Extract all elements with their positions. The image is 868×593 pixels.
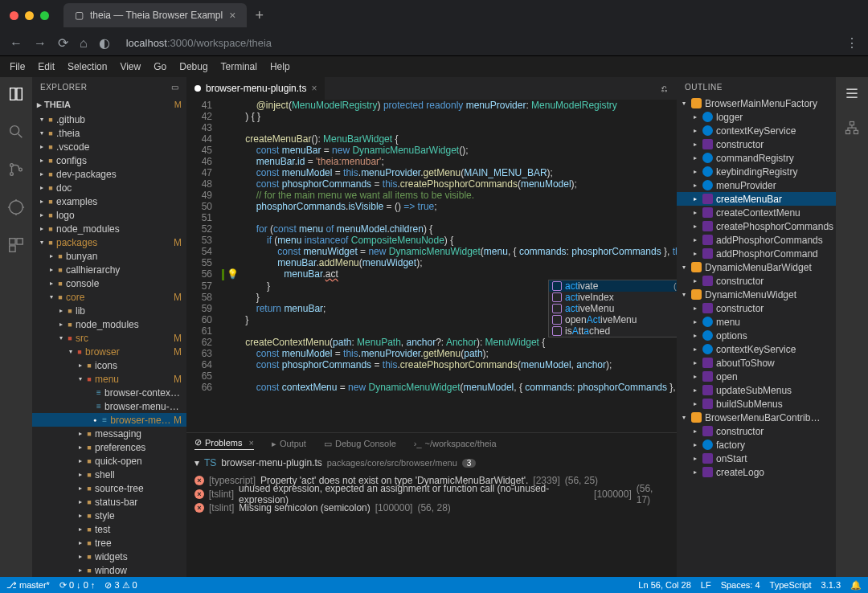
outline-item[interactable]: ▾DynamicMenuWidget — [677, 288, 836, 301]
folder-item[interactable]: ▸■lib — [32, 304, 186, 317]
outline-item[interactable]: ▸commandRegistry — [677, 151, 836, 165]
folder-item[interactable]: ▸■test — [32, 522, 186, 536]
menu-help[interactable]: Help — [270, 61, 290, 72]
terminal-tab[interactable]: ›_~/workspace/theia — [414, 439, 497, 448]
folder-item[interactable]: ▸■window — [32, 563, 186, 577]
autocomplete-item[interactable]: activeIndex — [549, 292, 677, 303]
notifications-icon[interactable]: 🔔 — [850, 580, 862, 591]
folder-item[interactable]: ▸■doc — [32, 181, 186, 194]
outline-item[interactable]: ▾BrowserMainMenuFactory — [677, 96, 836, 110]
menu-terminal[interactable]: Terminal — [221, 61, 257, 72]
folder-item[interactable]: ▸■dev-packages — [32, 167, 186, 181]
debug-icon[interactable] — [7, 198, 25, 219]
outline-item[interactable]: ▸constructor — [677, 301, 836, 315]
outline-item[interactable]: ▸createPhosphorCommands — [677, 219, 836, 233]
outline-item[interactable]: ▸constructor — [677, 137, 836, 151]
outline-item[interactable]: ▸contextKeyService — [677, 124, 836, 137]
close-icon[interactable]: × — [248, 438, 253, 448]
outline-item[interactable]: ▸onStart — [677, 452, 836, 465]
folder-item[interactable]: ▾■.github — [32, 112, 186, 126]
outline-item[interactable]: ▾DynamicMenuBarWidget — [677, 260, 836, 274]
folder-item[interactable]: ▸■tree — [32, 536, 186, 550]
menu-file[interactable]: File — [10, 61, 25, 72]
output-tab[interactable]: ▸Output — [272, 439, 306, 449]
autocomplete-item[interactable]: isAttached — [549, 325, 677, 337]
folder-item[interactable]: ▸■configs — [32, 153, 186, 167]
outline-item[interactable]: ▸options — [677, 329, 836, 342]
outline-item[interactable]: ▸contextKeyService — [677, 342, 836, 356]
close-window-button[interactable] — [10, 11, 18, 20]
outline-item[interactable]: ▸buildSubMenus — [677, 397, 836, 411]
folder-item[interactable]: ▸■node_modules — [32, 222, 186, 235]
outline-item[interactable]: ▸open — [677, 370, 836, 383]
outline-item[interactable]: ▸updateSubMenus — [677, 383, 836, 397]
explorer-actions-icon[interactable]: ▭ — [171, 83, 179, 92]
errors-status[interactable]: ⊘ 3⚠ 0 — [104, 580, 137, 591]
folder-item[interactable]: ▸■examples — [32, 194, 186, 208]
outline-item[interactable]: ▸keybindingRegistry — [677, 165, 836, 178]
autocomplete-item[interactable]: activeMenu — [549, 303, 677, 314]
outline-item[interactable]: ▸addPhosphorCommands — [677, 233, 836, 247]
outline-item[interactable]: ▸logger — [677, 110, 836, 124]
outline-item[interactable]: ▸constructor — [677, 274, 836, 288]
forward-button[interactable]: → — [34, 36, 47, 51]
folder-item[interactable]: ▸■messaging — [32, 427, 186, 440]
outline-item[interactable]: ▸createMenuBar — [677, 192, 836, 206]
menu-edit[interactable]: Edit — [38, 61, 55, 72]
folder-item[interactable]: ▸■icons — [32, 358, 186, 372]
folder-item[interactable]: ▸■status-bar — [32, 495, 186, 509]
problems-file-group[interactable]: ▾ TS browser-menu-plugin.ts packages/cor… — [186, 454, 677, 472]
folder-item[interactable]: ▸■callhierarchy — [32, 263, 186, 276]
menu-selection[interactable]: Selection — [68, 61, 107, 72]
folder-item[interactable]: ▸■bunyan — [32, 249, 186, 263]
menu-button[interactable]: ⋮ — [845, 35, 858, 51]
folder-item[interactable]: ▾■menuM — [32, 372, 186, 386]
folder-item[interactable]: ▾■.theia — [32, 126, 186, 140]
folder-item[interactable]: ▾■srcM — [32, 331, 186, 345]
folder-item[interactable]: ▸■quick-open — [32, 454, 186, 468]
outline-item[interactable]: ▸menuProvider — [677, 178, 836, 192]
autocomplete-item[interactable]: activate(method) Widget.activate(): void… — [549, 280, 677, 292]
search-icon[interactable] — [7, 123, 25, 143]
folder-item[interactable]: ▾■browserM — [32, 345, 186, 358]
maximize-window-button[interactable] — [40, 11, 49, 20]
browser-tab[interactable]: ▢ theia — Theia Browser Exampl × — [63, 3, 247, 27]
site-info-icon[interactable]: ◐ — [99, 35, 110, 51]
autocomplete-item[interactable]: openActiveMenu — [549, 314, 677, 325]
git-sync-status[interactable]: ⟳0 ↓ 0 ↑ — [59, 580, 95, 591]
outline-item[interactable]: ▸aboutToShow — [677, 356, 836, 370]
outline-item[interactable]: ▸createContextMenu — [677, 206, 836, 219]
scm-icon[interactable] — [7, 161, 25, 181]
debug-console-tab[interactable]: ▭Debug Console — [324, 439, 396, 449]
menu-go[interactable]: Go — [154, 61, 166, 72]
file-item[interactable]: ≡browser-menu-module.ts — [32, 399, 186, 413]
folder-item[interactable]: ▸■style — [32, 509, 186, 522]
folder-item[interactable]: ▸■node_modules — [32, 317, 186, 331]
folder-item[interactable]: ▸■source-tree — [32, 481, 186, 495]
home-button[interactable]: ⌂ — [80, 36, 88, 51]
extensions-icon[interactable] — [7, 236, 25, 256]
folder-item[interactable]: ▸■logo — [32, 208, 186, 222]
folder-item[interactable]: ▸■console — [32, 276, 186, 290]
outline-item[interactable]: ▸factory — [677, 438, 836, 452]
explorer-icon[interactable] — [7, 85, 25, 105]
eol-status[interactable]: LF — [701, 580, 711, 590]
minimize-window-button[interactable] — [25, 11, 34, 20]
git-branch-status[interactable]: ⎇master* — [6, 580, 50, 591]
outline-item[interactable]: ▸menu — [677, 315, 836, 329]
indent-status[interactable]: Spaces: 4 — [721, 580, 760, 590]
outline-view-icon[interactable] — [844, 85, 860, 104]
menu-debug[interactable]: Debug — [179, 61, 207, 72]
back-button[interactable]: ← — [10, 36, 23, 51]
problems-tab[interactable]: ⊘Problems× — [194, 437, 254, 450]
problem-item[interactable]: ×[tslint]unused expression, expected an … — [194, 487, 669, 501]
folder-item[interactable]: ▾■coreM — [32, 290, 186, 304]
reload-button[interactable]: ⟳ — [58, 35, 68, 51]
new-tab-button[interactable]: + — [255, 7, 264, 24]
outline-item[interactable]: ▸addPhosphorCommand — [677, 247, 836, 260]
ts-version-status[interactable]: 3.1.3 — [821, 580, 841, 590]
folder-item[interactable]: ▸■preferences — [32, 440, 186, 454]
problem-item[interactable]: ×[tslint]Missing semicolon (semicolon)[1… — [194, 501, 669, 514]
close-tab-icon[interactable]: × — [229, 9, 235, 22]
file-item[interactable]: ≡browser-context-menu-r… — [32, 386, 186, 399]
